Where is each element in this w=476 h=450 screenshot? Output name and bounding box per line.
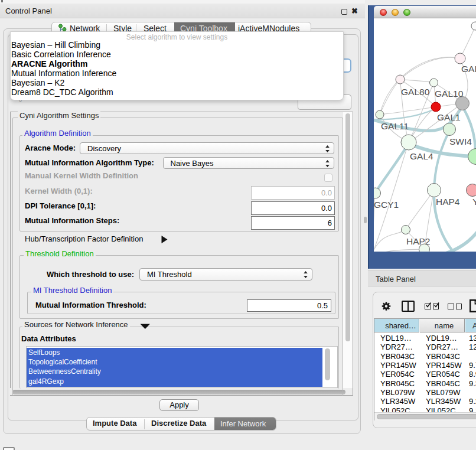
svg-text:HAP2: HAP2 [406,236,431,246]
svg-text:HAP4: HAP4 [436,197,460,207]
svg-text:Y: Y [472,197,476,207]
svg-text:GAL10: GAL10 [435,89,464,99]
svg-text:GAL11: GAL11 [381,121,409,131]
svg-text:GCY1: GCY1 [374,200,399,210]
svg-text:SWI4: SWI4 [449,136,472,146]
svg-text:GAL4: GAL4 [410,151,433,161]
svg-text:GAL80: GAL80 [401,87,430,97]
svg-text:GAL2: GAL2 [461,64,476,74]
svg-text:GAL1: GAL1 [437,112,461,122]
